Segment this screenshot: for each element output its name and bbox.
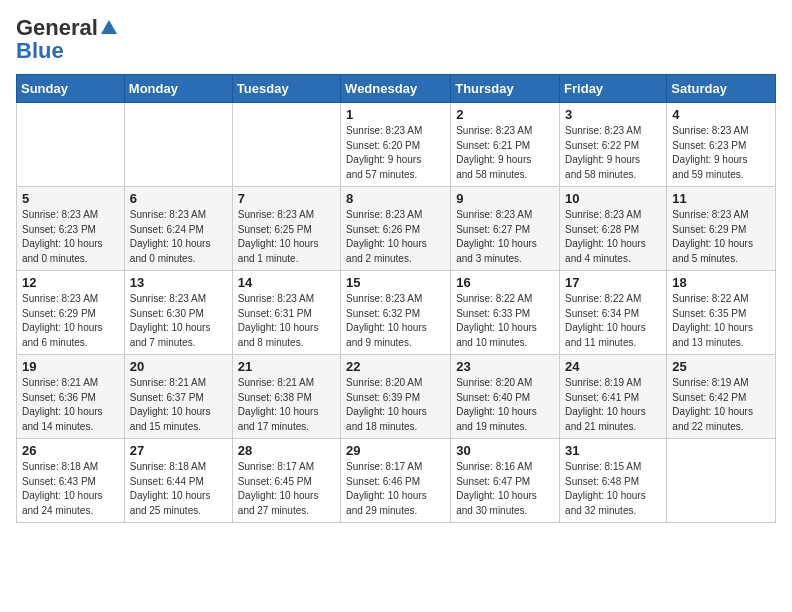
calendar-day-cell: 10Sunrise: 8:23 AM Sunset: 6:28 PM Dayli… (560, 187, 667, 271)
day-info: Sunrise: 8:22 AM Sunset: 6:35 PM Dayligh… (672, 292, 770, 350)
day-number: 10 (565, 191, 661, 206)
day-info: Sunrise: 8:23 AM Sunset: 6:29 PM Dayligh… (22, 292, 119, 350)
day-of-week-header: Wednesday (341, 75, 451, 103)
calendar-week-row: 19Sunrise: 8:21 AM Sunset: 6:36 PM Dayli… (17, 355, 776, 439)
calendar-day-cell: 12Sunrise: 8:23 AM Sunset: 6:29 PM Dayli… (17, 271, 125, 355)
day-info: Sunrise: 8:20 AM Sunset: 6:39 PM Dayligh… (346, 376, 445, 434)
day-number: 25 (672, 359, 770, 374)
svg-marker-0 (101, 20, 117, 34)
day-number: 1 (346, 107, 445, 122)
calendar-day-cell: 6Sunrise: 8:23 AM Sunset: 6:24 PM Daylig… (124, 187, 232, 271)
logo: General Blue (16, 16, 120, 62)
logo-blue: Blue (16, 38, 64, 63)
calendar-table: SundayMondayTuesdayWednesdayThursdayFrid… (16, 74, 776, 523)
calendar-day-cell: 21Sunrise: 8:21 AM Sunset: 6:38 PM Dayli… (232, 355, 340, 439)
day-info: Sunrise: 8:21 AM Sunset: 6:37 PM Dayligh… (130, 376, 227, 434)
day-info: Sunrise: 8:23 AM Sunset: 6:23 PM Dayligh… (672, 124, 770, 182)
calendar-day-cell: 29Sunrise: 8:17 AM Sunset: 6:46 PM Dayli… (341, 439, 451, 523)
day-number: 13 (130, 275, 227, 290)
calendar-day-cell: 24Sunrise: 8:19 AM Sunset: 6:41 PM Dayli… (560, 355, 667, 439)
day-number: 9 (456, 191, 554, 206)
day-info: Sunrise: 8:18 AM Sunset: 6:43 PM Dayligh… (22, 460, 119, 518)
day-of-week-header: Thursday (451, 75, 560, 103)
day-info: Sunrise: 8:18 AM Sunset: 6:44 PM Dayligh… (130, 460, 227, 518)
calendar-day-cell (17, 103, 125, 187)
day-info: Sunrise: 8:19 AM Sunset: 6:42 PM Dayligh… (672, 376, 770, 434)
day-info: Sunrise: 8:23 AM Sunset: 6:32 PM Dayligh… (346, 292, 445, 350)
calendar-day-cell: 15Sunrise: 8:23 AM Sunset: 6:32 PM Dayli… (341, 271, 451, 355)
calendar-day-cell: 18Sunrise: 8:22 AM Sunset: 6:35 PM Dayli… (667, 271, 776, 355)
calendar-day-cell (124, 103, 232, 187)
day-number: 4 (672, 107, 770, 122)
day-number: 19 (22, 359, 119, 374)
calendar-day-cell: 26Sunrise: 8:18 AM Sunset: 6:43 PM Dayli… (17, 439, 125, 523)
day-number: 8 (346, 191, 445, 206)
day-info: Sunrise: 8:23 AM Sunset: 6:24 PM Dayligh… (130, 208, 227, 266)
calendar-day-cell: 13Sunrise: 8:23 AM Sunset: 6:30 PM Dayli… (124, 271, 232, 355)
day-number: 12 (22, 275, 119, 290)
calendar-day-cell: 4Sunrise: 8:23 AM Sunset: 6:23 PM Daylig… (667, 103, 776, 187)
day-of-week-header: Friday (560, 75, 667, 103)
calendar-week-row: 26Sunrise: 8:18 AM Sunset: 6:43 PM Dayli… (17, 439, 776, 523)
calendar-day-cell: 25Sunrise: 8:19 AM Sunset: 6:42 PM Dayli… (667, 355, 776, 439)
day-number: 27 (130, 443, 227, 458)
page-header: General Blue (16, 16, 776, 62)
calendar-day-cell: 1Sunrise: 8:23 AM Sunset: 6:20 PM Daylig… (341, 103, 451, 187)
calendar-day-cell: 14Sunrise: 8:23 AM Sunset: 6:31 PM Dayli… (232, 271, 340, 355)
day-number: 20 (130, 359, 227, 374)
day-info: Sunrise: 8:23 AM Sunset: 6:27 PM Dayligh… (456, 208, 554, 266)
logo-general: General (16, 16, 98, 40)
calendar-day-cell: 28Sunrise: 8:17 AM Sunset: 6:45 PM Dayli… (232, 439, 340, 523)
day-number: 31 (565, 443, 661, 458)
day-number: 23 (456, 359, 554, 374)
calendar-day-cell: 11Sunrise: 8:23 AM Sunset: 6:29 PM Dayli… (667, 187, 776, 271)
day-info: Sunrise: 8:17 AM Sunset: 6:45 PM Dayligh… (238, 460, 335, 518)
calendar-day-cell: 23Sunrise: 8:20 AM Sunset: 6:40 PM Dayli… (451, 355, 560, 439)
day-info: Sunrise: 8:23 AM Sunset: 6:23 PM Dayligh… (22, 208, 119, 266)
day-info: Sunrise: 8:23 AM Sunset: 6:31 PM Dayligh… (238, 292, 335, 350)
day-number: 15 (346, 275, 445, 290)
day-number: 7 (238, 191, 335, 206)
day-number: 14 (238, 275, 335, 290)
day-number: 16 (456, 275, 554, 290)
day-info: Sunrise: 8:23 AM Sunset: 6:28 PM Dayligh… (565, 208, 661, 266)
day-number: 6 (130, 191, 227, 206)
day-number: 18 (672, 275, 770, 290)
day-number: 21 (238, 359, 335, 374)
calendar-week-row: 5Sunrise: 8:23 AM Sunset: 6:23 PM Daylig… (17, 187, 776, 271)
day-number: 11 (672, 191, 770, 206)
day-info: Sunrise: 8:23 AM Sunset: 6:21 PM Dayligh… (456, 124, 554, 182)
calendar-day-cell: 30Sunrise: 8:16 AM Sunset: 6:47 PM Dayli… (451, 439, 560, 523)
day-info: Sunrise: 8:23 AM Sunset: 6:25 PM Dayligh… (238, 208, 335, 266)
calendar-day-cell: 3Sunrise: 8:23 AM Sunset: 6:22 PM Daylig… (560, 103, 667, 187)
day-of-week-header: Saturday (667, 75, 776, 103)
day-info: Sunrise: 8:15 AM Sunset: 6:48 PM Dayligh… (565, 460, 661, 518)
day-info: Sunrise: 8:19 AM Sunset: 6:41 PM Dayligh… (565, 376, 661, 434)
day-info: Sunrise: 8:20 AM Sunset: 6:40 PM Dayligh… (456, 376, 554, 434)
calendar-day-cell: 22Sunrise: 8:20 AM Sunset: 6:39 PM Dayli… (341, 355, 451, 439)
day-info: Sunrise: 8:22 AM Sunset: 6:34 PM Dayligh… (565, 292, 661, 350)
calendar-day-cell: 5Sunrise: 8:23 AM Sunset: 6:23 PM Daylig… (17, 187, 125, 271)
day-of-week-header: Tuesday (232, 75, 340, 103)
day-number: 17 (565, 275, 661, 290)
day-of-week-header: Monday (124, 75, 232, 103)
calendar-day-cell: 31Sunrise: 8:15 AM Sunset: 6:48 PM Dayli… (560, 439, 667, 523)
day-number: 28 (238, 443, 335, 458)
day-number: 30 (456, 443, 554, 458)
day-info: Sunrise: 8:23 AM Sunset: 6:29 PM Dayligh… (672, 208, 770, 266)
day-info: Sunrise: 8:16 AM Sunset: 6:47 PM Dayligh… (456, 460, 554, 518)
day-info: Sunrise: 8:23 AM Sunset: 6:22 PM Dayligh… (565, 124, 661, 182)
day-number: 24 (565, 359, 661, 374)
day-info: Sunrise: 8:23 AM Sunset: 6:20 PM Dayligh… (346, 124, 445, 182)
logo-icon (99, 18, 119, 38)
day-number: 29 (346, 443, 445, 458)
calendar-day-cell: 2Sunrise: 8:23 AM Sunset: 6:21 PM Daylig… (451, 103, 560, 187)
calendar-day-cell: 27Sunrise: 8:18 AM Sunset: 6:44 PM Dayli… (124, 439, 232, 523)
calendar-day-cell: 7Sunrise: 8:23 AM Sunset: 6:25 PM Daylig… (232, 187, 340, 271)
day-info: Sunrise: 8:21 AM Sunset: 6:38 PM Dayligh… (238, 376, 335, 434)
day-number: 3 (565, 107, 661, 122)
calendar-day-cell: 9Sunrise: 8:23 AM Sunset: 6:27 PM Daylig… (451, 187, 560, 271)
day-number: 22 (346, 359, 445, 374)
calendar-day-cell (667, 439, 776, 523)
calendar-day-cell (232, 103, 340, 187)
